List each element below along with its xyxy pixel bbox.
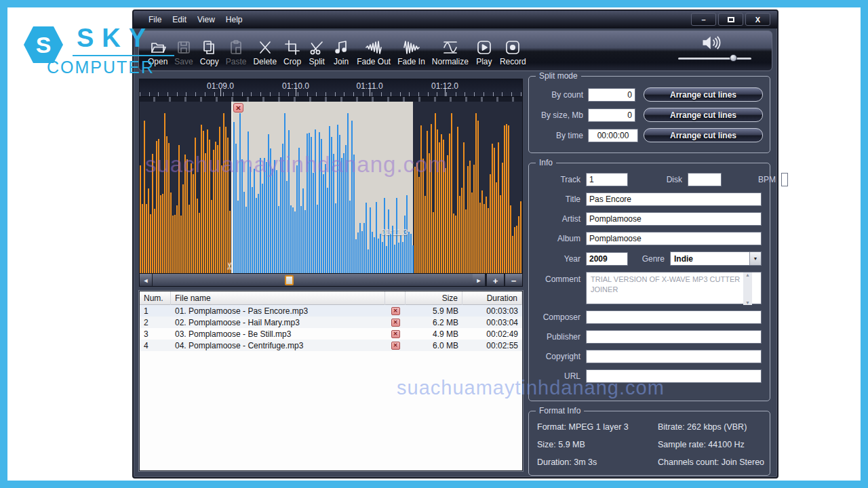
- zoom-in-button[interactable]: +: [486, 274, 504, 287]
- toolbar-record-button[interactable]: Record: [496, 33, 530, 68]
- scroll-up-icon[interactable]: ▲: [743, 272, 752, 277]
- bpm-label: BPM: [727, 175, 776, 184]
- toolbar: Open Save Copy Paste Delete Crop: [138, 30, 772, 71]
- zoom-out-button[interactable]: −: [504, 274, 522, 287]
- toolbar-paste-button[interactable]: Paste: [222, 33, 250, 68]
- size-value: Size: 5.9 MB: [537, 440, 658, 449]
- copyright-input[interactable]: [586, 350, 762, 363]
- genre-select[interactable]: Indie ▼: [670, 251, 762, 266]
- close-icon: X: [755, 16, 760, 24]
- waveform-scrollbar: ◄ ► + −: [140, 273, 522, 287]
- toolbar-play-button[interactable]: Play: [472, 33, 496, 68]
- scroll-left-button[interactable]: ◄: [140, 274, 153, 287]
- cursor-time-label: 01:11.3: [381, 228, 408, 237]
- toolbar-copy-button[interactable]: Copy: [197, 33, 222, 68]
- menu-view[interactable]: View: [192, 12, 220, 27]
- watermark-bottom: suachuamaytinhdanang.com: [397, 377, 665, 399]
- speaker-icon: [701, 33, 722, 55]
- remove-file-icon[interactable]: ✕: [391, 307, 400, 315]
- comment-textarea[interactable]: TRIAL VERSION OF X-WAVE MP3 CUTTER JOINE…: [586, 272, 762, 304]
- svg-text:S: S: [36, 32, 52, 58]
- toolbar-delete-button[interactable]: Delete: [250, 33, 280, 68]
- publisher-input[interactable]: [586, 330, 762, 344]
- toolbar-fade-out-button[interactable]: Fade Out: [353, 33, 394, 68]
- title-input[interactable]: [586, 192, 762, 206]
- file-list-header: Num. File name Size Duration: [140, 291, 522, 305]
- disk-input[interactable]: [688, 173, 722, 186]
- minimize-icon: –: [701, 16, 705, 24]
- format-info-title: Format Info: [536, 406, 584, 415]
- toolbar-join-button[interactable]: Join: [329, 33, 353, 68]
- table-row[interactable]: 1 01. Pomplamoose - Pas Encore.mp3 ✕ 5.9…: [140, 305, 522, 317]
- selection-start-line[interactable]: [231, 102, 233, 273]
- close-button[interactable]: X: [745, 13, 770, 26]
- bpm-input[interactable]: [781, 173, 788, 186]
- watermark-waveform: suachuamaytinhdanang.com: [145, 152, 448, 178]
- maximize-button[interactable]: [718, 13, 743, 26]
- copyright-label: Copyright: [532, 352, 580, 361]
- by-count-input[interactable]: [588, 88, 635, 102]
- toolbar-fade-in-button[interactable]: Fade In: [394, 33, 429, 68]
- composer-label: Composer: [532, 312, 580, 322]
- maximize-icon: [728, 17, 734, 22]
- column-header-size[interactable]: Size: [406, 291, 462, 305]
- album-input[interactable]: [586, 232, 762, 245]
- copy-icon: [201, 38, 218, 57]
- app-window: File Edit View Help – X Open Save: [132, 9, 778, 479]
- by-time-input[interactable]: [588, 129, 638, 142]
- scroll-right-button[interactable]: ►: [473, 274, 486, 287]
- volume-slider-thumb[interactable]: [730, 54, 737, 62]
- arrange-cut-lines-time-button[interactable]: Arrange cut lines: [644, 128, 763, 142]
- split-mode-group: Split mode By count Arrange cut lines By…: [528, 76, 770, 153]
- volume-slider-track[interactable]: [678, 58, 751, 60]
- scroll-down-icon[interactable]: ▼: [743, 300, 752, 305]
- toolbar-split-button[interactable]: Split: [304, 33, 329, 68]
- right-column: Split mode By count Arrange cut lines By…: [528, 76, 770, 476]
- selection-close-button[interactable]: ✕: [233, 103, 243, 113]
- track-label: Track: [532, 175, 580, 184]
- remove-file-icon[interactable]: ✕: [391, 319, 400, 327]
- table-row[interactable]: 3 03. Pomplamoose - Be Still.mp3 ✕ 4.9 M…: [140, 328, 522, 340]
- by-size-label: By size, Mb: [532, 110, 583, 120]
- composer-input[interactable]: [586, 310, 762, 324]
- publisher-label: Publisher: [532, 332, 580, 342]
- toolbar-normalize-button[interactable]: Normalize: [429, 33, 472, 68]
- column-header-duration[interactable]: Duration: [462, 291, 522, 305]
- menu-help[interactable]: Help: [220, 12, 248, 27]
- brand-name-top: SKY: [77, 24, 154, 53]
- genre-label: Genre: [633, 254, 665, 264]
- scrollbar-thumb[interactable]: [285, 275, 294, 285]
- arrange-cut-lines-count-button[interactable]: Arrange cut lines: [644, 87, 763, 102]
- genre-value: Indie: [671, 254, 749, 264]
- column-header-name[interactable]: File name: [171, 291, 385, 305]
- channels-value: Channels count: Join Stereo: [658, 458, 764, 467]
- left-column: 01:09.0 01:10.0 01:11.0 01:12.0 ✕ 0: [139, 79, 523, 471]
- bitrate-value: Bitrate: 262 kbps (VBR): [658, 422, 764, 432]
- remove-file-icon[interactable]: ✕: [391, 342, 400, 350]
- scrollbar-track[interactable]: [153, 274, 473, 287]
- year-input[interactable]: [586, 252, 628, 266]
- minimize-button[interactable]: –: [691, 13, 716, 26]
- artist-input[interactable]: [586, 212, 762, 226]
- scroll-left-icon: ◄: [143, 277, 149, 284]
- waveform-view[interactable]: ✕ 01:11.3 ✂ suachuamaytinhdanang.com: [140, 102, 522, 273]
- play-icon: [475, 38, 493, 57]
- split-mode-title: Split mode: [536, 71, 581, 81]
- comment-scrollbar: ▲ ▼: [743, 272, 752, 305]
- fade-in-wave-icon: [402, 38, 421, 57]
- column-header-num[interactable]: Num.: [140, 291, 171, 305]
- window-controls: – X: [691, 13, 770, 26]
- by-size-input[interactable]: [588, 108, 635, 122]
- table-row[interactable]: 4 04. Pomplamoose - Centrifuge.mp3 ✕ 6.0…: [140, 340, 522, 351]
- arrange-cut-lines-size-button[interactable]: Arrange cut lines: [644, 108, 763, 122]
- column-header-delete: [385, 291, 406, 305]
- music-notes-icon: [332, 38, 350, 57]
- remove-file-icon[interactable]: ✕: [391, 330, 400, 338]
- scroll-right-icon: ►: [476, 277, 482, 284]
- sample-rate-value: Sample rate: 44100 Hz: [658, 440, 764, 449]
- table-row[interactable]: 2 02. Pomplamoose - Hail Mary.mp3 ✕ 6.2 …: [140, 317, 522, 328]
- toolbar-crop-button[interactable]: Crop: [280, 33, 304, 68]
- by-count-label: By count: [532, 90, 583, 100]
- track-input[interactable]: [586, 173, 628, 186]
- chevron-down-icon[interactable]: ▼: [749, 252, 761, 265]
